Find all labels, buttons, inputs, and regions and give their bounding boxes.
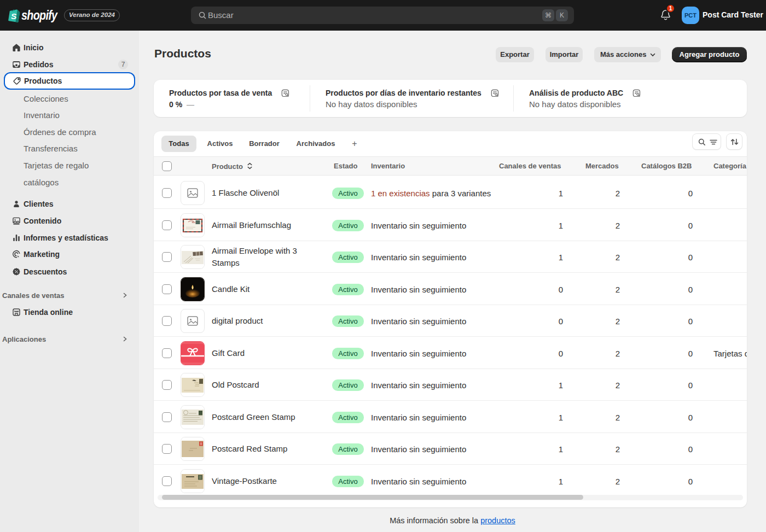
svg-text:S: S bbox=[11, 11, 17, 20]
